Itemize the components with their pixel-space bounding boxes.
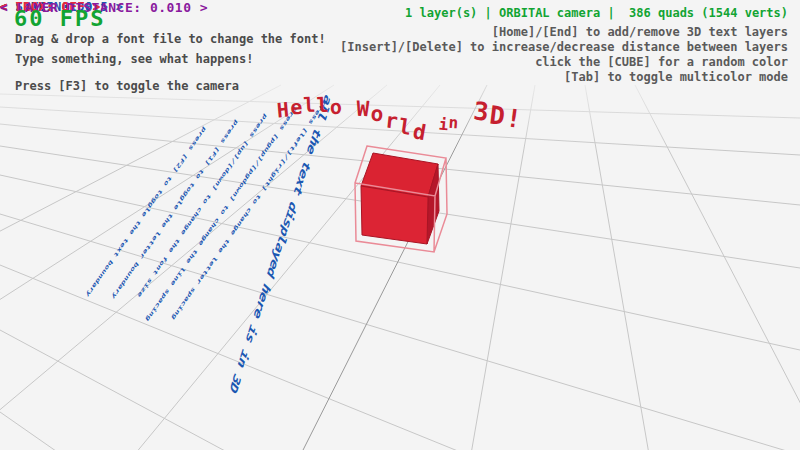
hello-world-text: Hello World in 3D! [278, 100, 520, 129]
hint-toggle-camera: Press [F3] to toggle the camera [15, 79, 239, 93]
scene-canvas[interactable]: press [F2] to toggle the text boundary p… [0, 0, 800, 450]
status-bar: 1 layer(s) | ORBITAL camera | 386 quads … [405, 6, 788, 20]
hint-drag-drop: Drag & drop a font file to change the fo… [15, 32, 326, 46]
cube[interactable] [355, 146, 447, 252]
fps-counter: 60 FPS [14, 6, 105, 31]
hint-cube-color: click the [CUBE] for a random color [535, 55, 788, 69]
hint-multicolor: [Tab] to toggle multicolor mode [564, 70, 788, 84]
hint-add-remove-layers: [Home]/[End] to add/remove 3D text layer… [492, 25, 788, 39]
hint-type: Type something, see what happens! [15, 52, 253, 66]
hint-layer-distance: [Insert]/[Delete] to increase/decrease d… [340, 40, 788, 54]
